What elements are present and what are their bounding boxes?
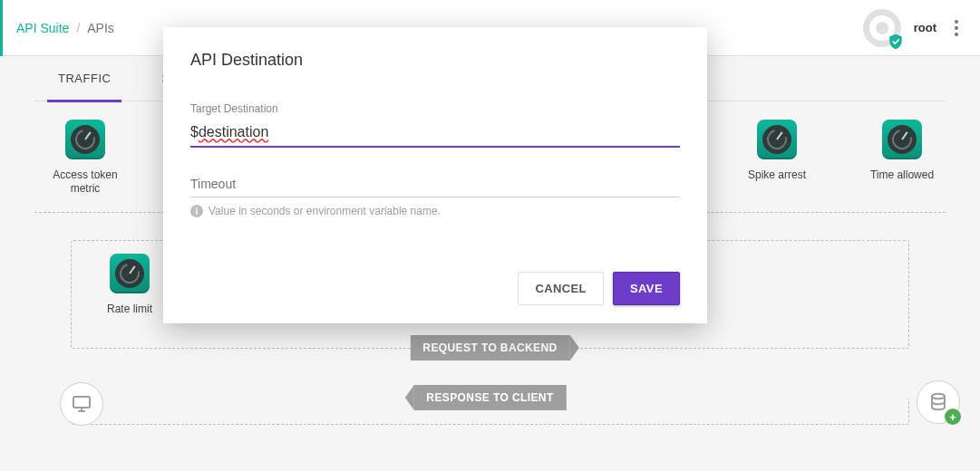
- timeout-field: i Value in seconds or environment variab…: [190, 173, 680, 217]
- modal-actions: CANCEL SAVE: [190, 272, 680, 305]
- info-icon: i: [190, 205, 203, 217]
- cancel-button[interactable]: CANCEL: [518, 272, 604, 305]
- save-button[interactable]: SAVE: [613, 272, 680, 305]
- target-destination-field: Target Destination $destination: [190, 102, 680, 148]
- timeout-helper: i Value in seconds or environment variab…: [190, 205, 680, 217]
- target-destination-label: Target Destination: [190, 102, 680, 115]
- timeout-input[interactable]: [190, 173, 680, 197]
- target-destination-input[interactable]: $destination: [190, 120, 680, 148]
- api-destination-modal: API Destination Target Destination $dest…: [163, 27, 707, 323]
- modal-title: API Destination: [190, 51, 680, 70]
- timeout-helper-text: Value in seconds or environment variable…: [209, 205, 441, 217]
- target-value-prefix: $: [190, 124, 199, 139]
- target-value-rest: destination: [199, 124, 268, 139]
